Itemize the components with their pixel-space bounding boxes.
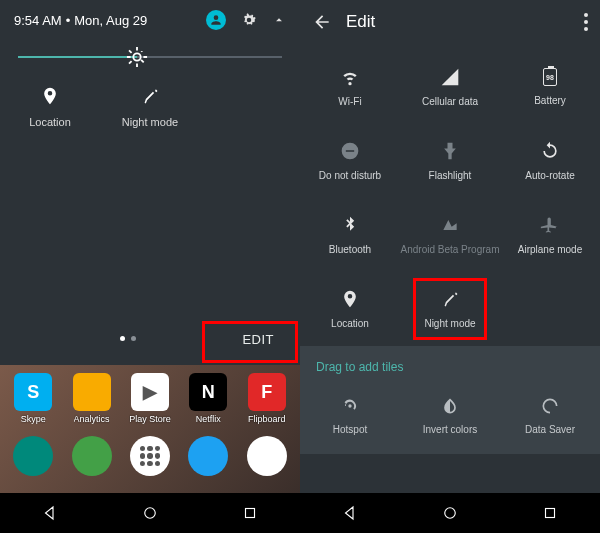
tile-airplane-mode[interactable]: Airplane mode [500,198,600,272]
tile-battery[interactable]: 98Battery [500,50,600,124]
brightness-thumb-icon[interactable] [126,46,148,68]
nav-back-icon[interactable] [341,504,359,522]
invert-icon [440,396,460,416]
svg-point-2 [445,508,456,519]
right-screenshot: Edit Wi-FiCellular data98BatteryDo not d… [300,0,600,533]
status-time: 9:54 AM [14,13,62,28]
airplane-icon [540,215,560,235]
page-indicator [120,336,136,341]
wifi-icon [340,67,360,87]
nav-recents-icon[interactable] [541,504,559,522]
drag-tile-data-saver[interactable]: Data Saver [500,384,600,446]
hotspot-icon [340,396,360,416]
cell-icon [440,67,460,87]
app-flipboard[interactable]: FFlipboard [241,373,293,424]
datasaver-icon [540,396,560,416]
app-skype[interactable]: SSkype [7,373,59,424]
tile-android-beta-program[interactable]: Android Beta Program [400,198,500,272]
svg-point-0 [145,508,156,519]
status-date: Mon, Aug 29 [74,13,147,28]
drag-section-title: Drag to add tiles [300,356,600,384]
app-netflix[interactable]: NNetflix [182,373,234,424]
quick-settings-panel: 9:54 AM • Mon, Aug 29 Location [0,0,300,365]
tile-location[interactable]: Location [0,86,100,128]
bt-icon [340,215,360,235]
dock-app-1[interactable] [72,436,112,476]
nav-home-icon[interactable] [441,504,459,522]
settings-gear-icon[interactable] [240,11,258,29]
tile-do-not-disturb[interactable]: Do not disturb [300,124,400,198]
app-analytics[interactable]: Analytics [66,373,118,424]
svg-rect-1 [246,509,255,518]
tile-bluetooth[interactable]: Bluetooth [300,198,400,272]
battery-icon: 98 [543,68,557,86]
app-drawer-icon[interactable] [130,436,170,476]
drag-tile-hotspot[interactable]: Hotspot [300,384,400,446]
user-avatar-icon[interactable] [206,10,226,30]
brightness-slider[interactable] [0,34,300,68]
overflow-menu-icon[interactable] [584,13,588,31]
collapse-chevron-icon[interactable] [272,13,286,27]
tile-auto-rotate[interactable]: Auto-rotate [500,124,600,198]
nav-home-icon[interactable] [141,504,159,522]
nav-back-icon[interactable] [41,504,59,522]
app-play-store[interactable]: ▶Play Store [124,373,176,424]
dock-app-4[interactable] [247,436,287,476]
eyedropper-icon [140,86,160,106]
tile-cellular-data[interactable]: Cellular data [400,50,500,124]
dnd-icon [340,141,360,161]
navigation-bar [300,493,600,533]
svg-rect-3 [546,509,555,518]
highlight-annotation [413,278,487,340]
homescreen[interactable]: SSkypeAnalytics▶Play StoreNNetflixFFlipb… [0,365,300,493]
rotate-icon [540,141,560,161]
left-screenshot: 9:54 AM • Mon, Aug 29 Location [0,0,300,533]
navigation-bar [0,493,300,533]
edit-title: Edit [346,12,375,32]
edit-button[interactable]: EDIT [224,322,292,357]
tile-night-mode[interactable]: Night mode [100,86,200,128]
beta-icon [440,215,460,235]
status-bar: 9:54 AM • Mon, Aug 29 [0,0,300,34]
location-icon [40,86,60,106]
nav-recents-icon[interactable] [241,504,259,522]
night-icon [440,289,460,309]
back-arrow-icon[interactable] [312,12,332,32]
drag-tile-invert-colors[interactable]: Invert colors [400,384,500,446]
edit-header: Edit [300,0,600,38]
location-icon [340,289,360,309]
tile-wi-fi[interactable]: Wi-Fi [300,50,400,124]
flash-icon [440,141,460,161]
tile-location[interactable]: Location [300,272,400,346]
dock-app-3[interactable] [188,436,228,476]
dock-app-0[interactable] [13,436,53,476]
tile-night-mode[interactable]: Night mode [400,272,500,346]
tile-flashlight[interactable]: Flashlight [400,124,500,198]
drag-to-add-section: Drag to add tiles HotspotInvert colorsDa… [300,346,600,454]
